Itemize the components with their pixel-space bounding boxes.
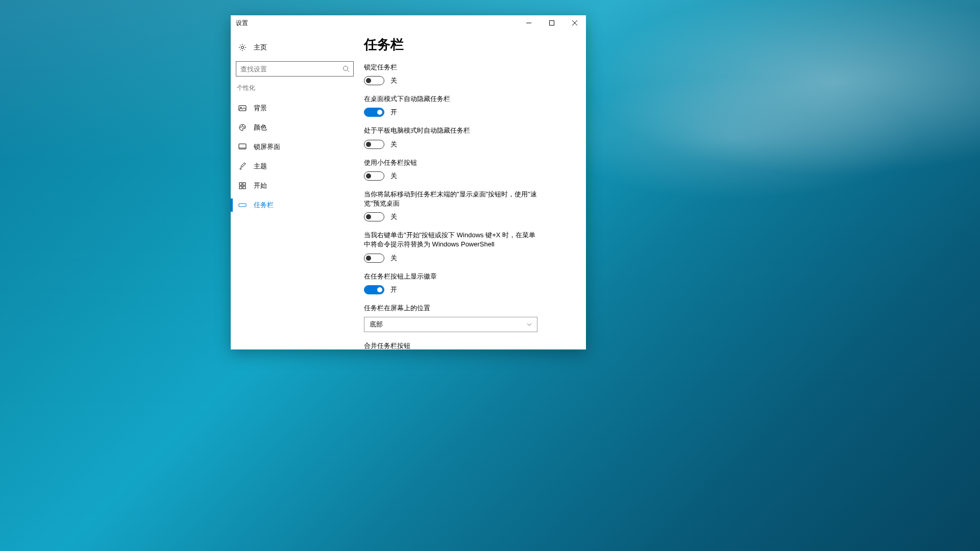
brush-icon [238,162,247,170]
sidebar-item-label: 锁屏界面 [254,142,280,152]
home-nav[interactable]: 主页 [231,38,359,57]
toggle-state-label: 关 [390,140,397,149]
setting-row: 当你将鼠标移动到任务栏末端的"显示桌面"按钮时，使用"速览"预览桌面关 [364,190,566,221]
toggle-switch[interactable] [364,140,384,149]
svg-rect-16 [239,186,242,189]
minimize-button[interactable] [517,15,540,31]
svg-point-4 [241,46,244,49]
dropdown-value: 底部 [370,320,383,329]
picture-icon [238,104,247,112]
svg-point-11 [243,127,244,127]
search-icon [342,65,350,72]
lockscreen-icon [238,143,247,151]
setting-label: 当我右键单击"开始"按钮或按下 Windows 键+X 时，在菜单中将命令提示符… [364,231,537,249]
setting-row: 锁定任务栏关 [364,63,566,85]
setting-label: 处于平板电脑模式时自动隐藏任务栏 [364,126,537,135]
close-icon [572,20,577,26]
toggle-state-label: 开 [390,108,397,117]
setting-row: 当我右键单击"开始"按钮或按下 Windows 键+X 时，在菜单中将命令提示符… [364,231,566,262]
sidebar-item-label: 背景 [254,104,267,113]
chevron-down-icon [527,323,532,326]
home-label: 主页 [254,43,267,52]
svg-point-9 [240,127,241,127]
svg-point-10 [242,126,242,126]
toggle-switch[interactable] [364,171,384,181]
maximize-button[interactable] [540,15,563,31]
toggle-state-label: 开 [390,285,397,294]
setting-label: 在任务栏按钮上显示徽章 [364,272,537,281]
setting-label: 在桌面模式下自动隐藏任务栏 [364,94,537,104]
settings-window: 设置 主页 [231,15,586,349]
toggle-state-label: 关 [390,76,397,85]
svg-line-6 [348,70,349,72]
page-title: 任务栏 [364,36,566,54]
minimize-icon [526,20,531,26]
svg-rect-7 [239,106,246,111]
setting-label: 使用小任务栏按钮 [364,158,537,167]
sidebar-item-taskbar[interactable]: 任务栏 [231,195,359,215]
window-title: 设置 [236,19,248,28]
sidebar-category: 个性化 [231,84,359,92]
toggle-switch[interactable] [364,285,384,294]
toggle-switch[interactable] [364,76,384,85]
taskbar-position-label: 任务栏在屏幕上的位置 [364,304,537,313]
sidebar-item-label: 任务栏 [254,201,274,210]
toggle-state-label: 关 [390,254,397,263]
svg-rect-14 [239,183,242,185]
palette-icon [238,123,247,132]
combine-buttons-label: 合并任务栏按钮 [364,341,537,349]
toggle-switch[interactable] [364,212,384,221]
search-input[interactable] [236,61,354,77]
sidebar-item-label: 颜色 [254,123,267,132]
close-button[interactable] [563,15,586,31]
svg-rect-17 [243,186,246,189]
svg-rect-1 [549,21,554,26]
sidebar-item-colors[interactable]: 颜色 [231,118,359,137]
titlebar[interactable]: 设置 [231,15,586,31]
setting-label: 当你将鼠标移动到任务栏末端的"显示桌面"按钮时，使用"速览"预览桌面 [364,190,537,208]
sidebar-item-themes[interactable]: 主题 [231,157,359,176]
setting-label: 锁定任务栏 [364,63,537,72]
maximize-icon [549,20,554,26]
sidebar-item-label: 主题 [254,162,267,171]
sidebar-item-background[interactable]: 背景 [231,98,359,118]
sidebar: 主页 个性化 背景 颜色 锁屏界面 [231,31,359,349]
sidebar-item-lockscreen[interactable]: 锁屏界面 [231,137,359,157]
content-pane: 任务栏 锁定任务栏关在桌面模式下自动隐藏任务栏开处于平板电脑模式时自动隐藏任务栏… [359,31,586,349]
setting-row: 在任务栏按钮上显示徽章开 [364,272,566,294]
taskbar-position-dropdown[interactable]: 底部 [364,317,537,332]
toggle-state-label: 关 [390,212,397,221]
gear-icon [238,43,247,52]
setting-row: 处于平板电脑模式时自动隐藏任务栏关 [364,126,566,148]
toggle-state-label: 关 [390,171,397,181]
svg-point-5 [344,66,348,71]
taskbar-icon [238,201,247,209]
setting-row: 使用小任务栏按钮关 [364,158,566,181]
start-icon [238,182,247,190]
svg-rect-18 [239,204,246,207]
sidebar-item-label: 开始 [254,181,267,190]
toggle-switch[interactable] [364,108,384,117]
toggle-switch[interactable] [364,254,384,263]
sidebar-item-start[interactable]: 开始 [231,176,359,195]
svg-rect-13 [239,147,246,149]
svg-rect-15 [243,183,246,185]
setting-row: 在桌面模式下自动隐藏任务栏开 [364,94,566,117]
